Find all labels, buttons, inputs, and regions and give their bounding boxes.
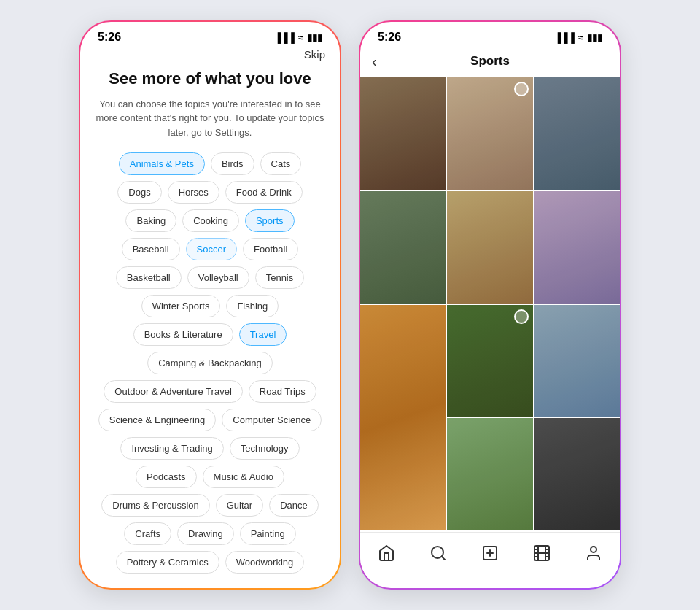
tag-travel[interactable]: Travel — [239, 323, 287, 346]
right-status-time: 5:26 — [378, 31, 401, 44]
signal-icon: ▐▐▐ — [274, 32, 295, 43]
tag-drawing[interactable]: Drawing — [177, 522, 234, 545]
right-status-icons: ▐▐▐ ≈ ▮▮▮ — [554, 32, 602, 43]
battery-icon: ▮▮▮ — [307, 32, 322, 43]
tag-investing---trading[interactable]: Investing & Trading — [120, 437, 223, 460]
tag-birds[interactable]: Birds — [211, 152, 254, 175]
home-nav-icon[interactable] — [373, 540, 400, 566]
right-phone: 5:26 ▐▐▐ ≈ ▮▮▮ ‹ Sports — [359, 20, 621, 590]
photo-checkbox[interactable] — [514, 309, 529, 324]
photo-cell-11[interactable] — [534, 418, 620, 530]
tag-books---literature[interactable]: Books & Literature — [133, 323, 233, 346]
right-status-bar: 5:26 ▐▐▐ ≈ ▮▮▮ — [360, 22, 620, 48]
left-status-bar: 5:26 ▐▐▐ ≈ ▮▮▮ — [80, 22, 340, 48]
photo-cell-7[interactable] — [360, 305, 446, 531]
tag-cooking[interactable]: Cooking — [182, 209, 239, 232]
photo-cell-6[interactable] — [534, 191, 620, 304]
profile-nav-icon[interactable] — [580, 540, 607, 566]
left-phone: 5:26 ▐▐▐ ≈ ▮▮▮ Skip See more of what you… — [79, 20, 341, 590]
app-container: 5:26 ▐▐▐ ≈ ▮▮▮ Skip See more of what you… — [79, 20, 621, 590]
tag-fishing[interactable]: Fishing — [226, 295, 279, 317]
tag-podcasts[interactable]: Podcasts — [136, 466, 196, 488]
add-nav-icon[interactable] — [477, 540, 503, 566]
left-status-icons: ▐▐▐ ≈ ▮▮▮ — [274, 32, 322, 43]
tag-road-trips[interactable]: Road Trips — [249, 380, 316, 403]
tag-outdoor---adventure-travel[interactable]: Outdoor & Adventure Travel — [104, 380, 242, 403]
tag-drums---percussion[interactable]: Drums & Percussion — [101, 494, 209, 517]
search-nav-icon[interactable] — [425, 540, 451, 566]
photo-cell-4[interactable] — [360, 191, 446, 304]
tag-food---drink[interactable]: Food & Drink — [225, 181, 303, 204]
tag-baking[interactable]: Baking — [125, 209, 176, 232]
tag-winter-sports[interactable]: Winter Sports — [141, 295, 221, 317]
tag-volleyball[interactable]: Volleyball — [187, 266, 249, 289]
tag-crafts[interactable]: Crafts — [124, 522, 171, 545]
tag-technology[interactable]: Technology — [230, 437, 300, 460]
back-button[interactable]: ‹ — [372, 53, 377, 70]
left-status-time: 5:26 — [98, 31, 121, 44]
main-title: See more of what you love — [95, 69, 325, 90]
photo-cell-10[interactable] — [447, 418, 532, 530]
tag-woodworking[interactable]: Woodworking — [225, 551, 305, 574]
photo-checkbox[interactable] — [514, 82, 529, 96]
subtitle: You can choose the topics you're interes… — [95, 97, 325, 140]
tag-dance[interactable]: Dance — [269, 494, 319, 517]
photo-cell-8[interactable] — [447, 305, 532, 417]
tags-container: Animals & PetsBirdsCatsDogsHorsesFood & … — [95, 152, 325, 578]
skip-button[interactable]: Skip — [304, 48, 325, 61]
svg-point-6 — [591, 547, 596, 552]
tag-sports[interactable]: Sports — [245, 209, 295, 232]
photo-grid — [360, 77, 620, 532]
tag-camping---backpacking[interactable]: Camping & Backpacking — [147, 352, 273, 374]
tag-pottery---ceramics[interactable]: Pottery & Ceramics — [116, 551, 219, 574]
top-navigation: ‹ Sports — [360, 48, 620, 77]
tag-cats[interactable]: Cats — [260, 152, 302, 175]
wifi-icon-right: ≈ — [578, 32, 583, 43]
photo-cell-5[interactable] — [447, 191, 532, 304]
tag-animals---pets[interactable]: Animals & Pets — [119, 152, 205, 175]
tag-guitar[interactable]: Guitar — [216, 494, 263, 517]
tag-horses[interactable]: Horses — [168, 181, 219, 204]
svg-line-1 — [441, 557, 444, 560]
photo-cell-3[interactable] — [534, 77, 620, 190]
page-title: Sports — [470, 54, 510, 69]
tag-science---engineering[interactable]: Science & Engineering — [98, 409, 217, 431]
photo-cell-2[interactable] — [447, 77, 532, 190]
wifi-icon: ≈ — [298, 32, 303, 43]
tag-soccer[interactable]: Soccer — [186, 238, 237, 260]
tag-dogs[interactable]: Dogs — [117, 181, 161, 204]
tag-painting[interactable]: Painting — [240, 522, 296, 545]
bottom-navigation — [360, 532, 620, 578]
tag-tennis[interactable]: Tennis — [255, 266, 305, 289]
tag-baseball[interactable]: Baseball — [122, 238, 180, 260]
reels-nav-icon[interactable] — [529, 540, 555, 566]
photo-cell-9[interactable] — [534, 305, 620, 417]
right-phone-content: ‹ Sports — [360, 48, 620, 578]
tag-computer-science[interactable]: Computer Science — [222, 409, 322, 431]
tag-football[interactable]: Football — [243, 238, 298, 260]
left-phone-content: Skip See more of what you love You can c… — [80, 48, 340, 578]
signal-icon-right: ▐▐▐ — [554, 32, 575, 43]
tag-basketball[interactable]: Basketball — [116, 266, 182, 289]
photo-cell-1[interactable] — [360, 77, 446, 190]
battery-icon-right: ▮▮▮ — [587, 32, 602, 43]
tag-music---audio[interactable]: Music & Audio — [203, 466, 284, 488]
skip-row: Skip — [95, 48, 325, 61]
